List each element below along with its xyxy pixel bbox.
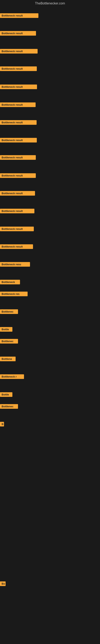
bottleneck-result-item: Bottleneck result xyxy=(0,226,34,231)
bottleneck-result-item: Bottleneck result xyxy=(0,209,34,213)
bottleneck-result-item: Bottleneck r xyxy=(0,374,24,379)
bottleneck-result-item: Bottleneck resu xyxy=(0,262,30,267)
bottleneck-result-item: Bottleneck result xyxy=(0,102,36,107)
bottleneck-result-item: Bottleneck result xyxy=(0,84,37,89)
bottleneck-result-item: Bo xyxy=(0,582,6,586)
site-title: TheBottlenecker.com xyxy=(0,0,100,7)
bottleneck-result-item: Bottle xyxy=(0,327,12,332)
bottleneck-result-item: Bottlenec xyxy=(0,404,18,409)
bottleneck-result-item: Bottlene xyxy=(0,356,16,361)
bottleneck-result-item: Bottleneck result xyxy=(0,244,33,249)
bottleneck-result-item: Bottleneck result xyxy=(0,49,38,54)
bottleneck-result-item: Bottleneck result xyxy=(0,191,35,196)
bottleneck-result-item: B xyxy=(0,422,4,426)
bottleneck-result-item: Bottleneck result xyxy=(0,31,36,36)
bottleneck-result-item: Bottle xyxy=(0,392,12,397)
bottleneck-result-item: Bottleneck result xyxy=(0,120,37,125)
bottleneck-result-item: Bottleneck result xyxy=(0,66,37,71)
bottleneck-result-item: Bottlenec xyxy=(0,309,18,314)
bottleneck-result-item: Bottleneck result xyxy=(0,138,37,142)
bottleneck-result-item: Bottleneck result xyxy=(0,173,36,178)
bottleneck-result-item: Bottleneck result xyxy=(0,13,38,18)
bottleneck-result-item: Bottleneck result xyxy=(0,155,36,160)
bottleneck-result-item: Bottleneck res xyxy=(0,292,28,296)
bottleneck-result-item: Bottleneck xyxy=(0,280,20,284)
bottleneck-result-item: Bottlenec xyxy=(0,339,18,344)
